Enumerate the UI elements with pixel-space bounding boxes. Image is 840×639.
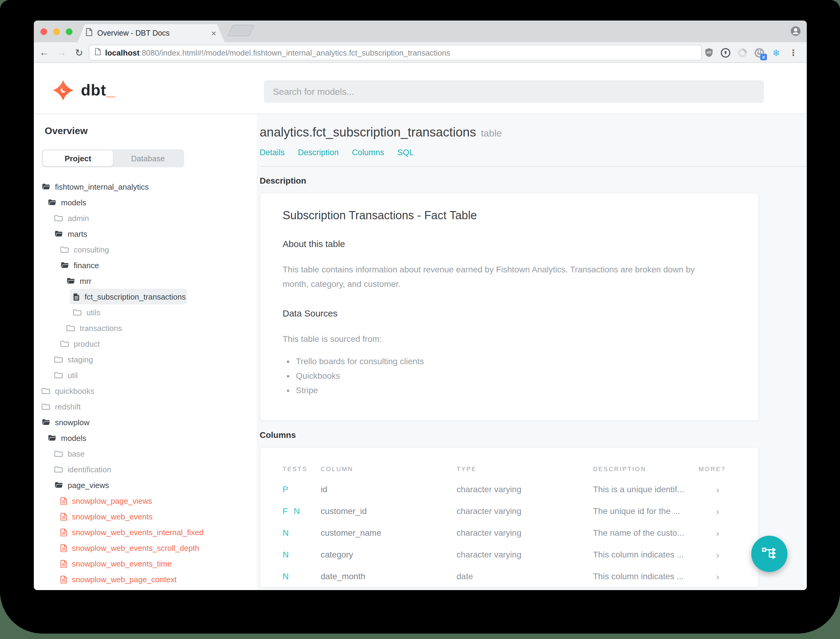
extension-circle-icon[interactable] (737, 48, 748, 58)
sidebar-title: Overview (45, 126, 87, 137)
tree-item-base[interactable]: base (34, 446, 257, 461)
forward-button[interactable]: → (55, 42, 68, 63)
tree-item-label: admin (68, 213, 89, 223)
row-expand-chevron-icon[interactable]: › (699, 484, 744, 494)
tree-item-identification[interactable]: identification (34, 461, 257, 477)
svg-text:uO: uO (706, 51, 711, 54)
tree-item-snowplow_web_events_internal_fixed[interactable]: snowplow_web_events_internal_fixed (34, 524, 257, 540)
folder-open-icon (42, 418, 50, 426)
dbt-logo[interactable]: dbt_ (52, 80, 115, 101)
folder-closed-icon (60, 246, 69, 253)
tree-item-snowplow_web_events_scroll_depth[interactable]: snowplow_web_events_scroll_depth (34, 540, 257, 556)
browser-tab[interactable]: Overview - DBT Docs × (77, 24, 225, 42)
tree-item-quickbooks[interactable]: quickbooks (34, 383, 257, 399)
table-row-date_month[interactable]: Ndate_monthdateThis column indicates ...… (275, 566, 744, 587)
power-x-icon[interactable]: x (754, 48, 764, 58)
tree-item-snowplow_page_views[interactable]: snowplow_page_views (34, 493, 257, 509)
snowflake-icon[interactable]: ❄ (771, 48, 781, 58)
file-icon (60, 544, 67, 552)
tree-item-label: models (61, 198, 86, 207)
cell-type: character varying (457, 506, 593, 516)
cell-tests: N (283, 572, 321, 581)
tree-item-label: product (74, 339, 100, 348)
tree-item-consulting[interactable]: consulting (34, 242, 257, 257)
nav-link-details[interactable]: Details (260, 148, 285, 157)
sidebar-tab-database[interactable]: Database (113, 150, 183, 166)
tree-item-util[interactable]: util (34, 367, 257, 383)
ublock-origin-icon[interactable]: uO (703, 48, 714, 58)
tree-item-product[interactable]: product (34, 336, 257, 351)
onepassword-icon[interactable] (721, 48, 731, 58)
main-panel: analytics.fct_subscription_transactionst… (257, 114, 807, 590)
tree-item-models[interactable]: models (34, 430, 257, 446)
columns-table-header: TESTSCOLUMNTYPEDESCRIPTIONMORE? (275, 466, 744, 473)
folder-open-icon (42, 183, 50, 190)
tree-item-label: snowplow (55, 418, 89, 427)
url-path: :8080/index.html#!/model/model.fishtown_… (140, 48, 450, 57)
folder-open-icon (54, 482, 63, 489)
folder-closed-icon (42, 403, 50, 410)
tree-item-label: page_views (68, 480, 109, 490)
table-row-customer_id[interactable]: F Ncustomer_idcharacter varyingThe uniqu… (275, 501, 744, 522)
cell-tests: N (283, 550, 321, 560)
minimize-window-button[interactable] (53, 28, 60, 35)
tree-item-fct_subscription_transactions[interactable]: fct_subscription_transactions (34, 289, 257, 304)
tree-item-snowplow_web_events_time[interactable]: snowplow_web_events_time (34, 556, 257, 571)
tree-item-utils[interactable]: utils (34, 304, 257, 320)
dbt-logo-icon (52, 80, 74, 101)
reload-button[interactable]: ↻ (73, 42, 86, 63)
back-button[interactable]: ← (37, 42, 51, 63)
tab-close-icon[interactable]: × (211, 29, 216, 37)
new-tab-button[interactable] (227, 25, 254, 36)
zoom-window-button[interactable] (65, 28, 72, 35)
lineage-graph-button[interactable] (751, 536, 788, 572)
tree-item-page_views[interactable]: page_views (34, 477, 257, 493)
cell-type: character varying (457, 485, 593, 494)
file-icon (60, 497, 67, 505)
table-row-category[interactable]: Ncategorycharacter varyingThis column in… (275, 544, 744, 566)
column-header-column: COLUMN (321, 466, 457, 473)
cell-desc: This column indicates ... (593, 550, 699, 560)
tree-item-label: quickbooks (55, 386, 94, 395)
dbt-logo-text: dbt (81, 81, 106, 100)
folder-open-icon (67, 277, 75, 285)
nav-link-description[interactable]: Description (298, 148, 339, 157)
nav-link-columns[interactable]: Columns (352, 148, 384, 157)
file-icon (60, 575, 67, 583)
cell-type: character varying (457, 528, 593, 538)
doc-sources-intro: This table is sourced from: (283, 332, 718, 347)
nav-link-sql[interactable]: SQL (397, 148, 414, 157)
row-expand-chevron-icon[interactable]: › (699, 506, 744, 517)
sidebar-tab-project[interactable]: Project (43, 150, 113, 166)
tree-item-snowplow_web_events[interactable]: snowplow_web_events (34, 509, 257, 524)
tree-item-snowplow_web_page_context[interactable]: snowplow_web_page_context (34, 571, 257, 587)
tree-item-admin[interactable]: admin (34, 210, 257, 226)
tree-item-mrr[interactable]: mrr (34, 273, 257, 289)
url-bar[interactable]: localhost:8080/index.html#!/model/model.… (89, 45, 702, 60)
tree-item-snowplow[interactable]: snowplow (34, 414, 257, 430)
tree-item-redshift[interactable]: redshift (34, 399, 257, 414)
tree-item-models[interactable]: models (34, 194, 257, 210)
row-expand-chevron-icon[interactable]: › (699, 550, 744, 560)
row-expand-chevron-icon[interactable]: › (699, 571, 744, 582)
screenshot-stage: Overview - DBT Docs × ← → ↻ localhost:80… (0, 0, 840, 639)
tree-item-fishtown_internal_analytics[interactable]: fishtown_internal_analytics (34, 179, 257, 194)
dbt-docs-app: dbt_ Overview ProjectDatabase fishtown_i… (34, 63, 807, 590)
tree-item-label: finance (74, 261, 99, 270)
tree-item-finance[interactable]: finance (34, 257, 257, 273)
table-row-customer_name[interactable]: Ncustomer_namecharacter varyingThe name … (275, 522, 744, 544)
tree-item-staging[interactable]: staging (34, 351, 257, 367)
browser-profile-avatar[interactable] (791, 26, 801, 39)
row-expand-chevron-icon[interactable]: › (699, 528, 744, 538)
folder-closed-icon (54, 466, 63, 473)
table-row-id[interactable]: Pidcharacter varyingThis is a unique ide… (275, 478, 744, 501)
search-input[interactable] (264, 80, 764, 103)
close-window-button[interactable] (40, 28, 47, 35)
tree-item-label: marts (68, 229, 87, 238)
cell-col: customer_id (321, 506, 457, 516)
doc-title: Subscription Transactions - Fact Table (283, 209, 736, 222)
tree-item-transactions[interactable]: transactions (34, 320, 257, 336)
doc-sources-list: Trello boards for consulting clientsQuic… (283, 357, 736, 395)
tree-item-marts[interactable]: marts (34, 226, 257, 242)
menu-icon[interactable]: ⋮ (788, 48, 798, 58)
